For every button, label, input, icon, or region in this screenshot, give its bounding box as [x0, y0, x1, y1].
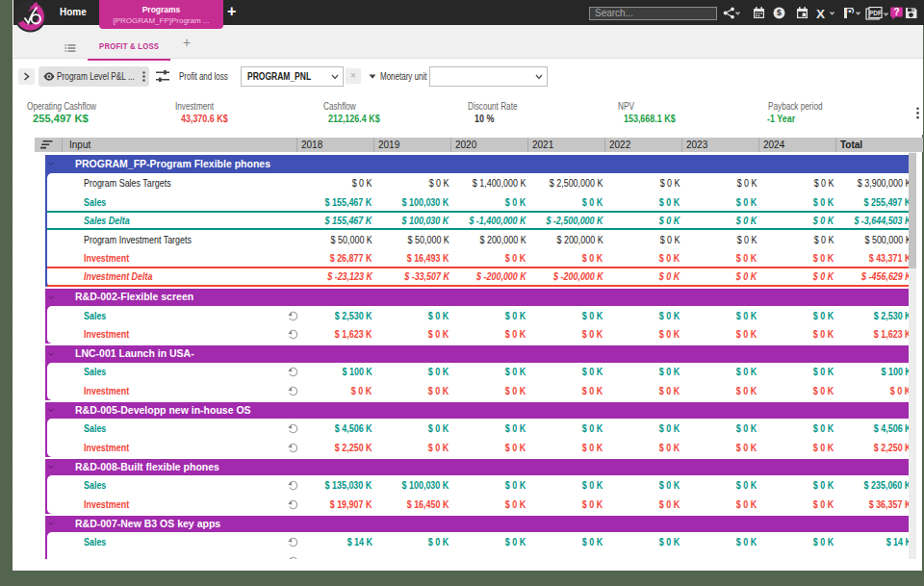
svg-text:$: $: [777, 8, 782, 17]
svg-text:P: P: [847, 8, 854, 18]
svg-text:PDF: PDF: [869, 10, 882, 16]
svg-text:X: X: [816, 7, 825, 19]
svg-text:?: ?: [893, 7, 899, 17]
